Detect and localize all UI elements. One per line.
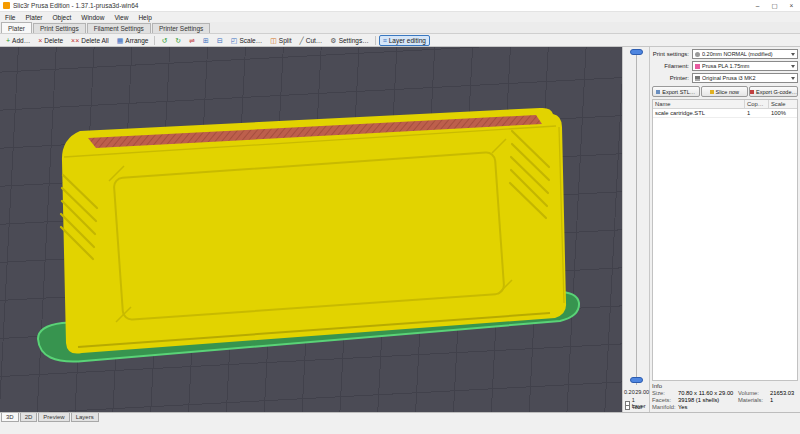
- tool-label: Tool: [632, 404, 642, 410]
- menu-item-file[interactable]: File: [0, 14, 20, 21]
- mirror-icon: ⇌: [189, 37, 195, 44]
- toolbar-separator: [375, 36, 376, 45]
- filament-label: Filament:: [652, 63, 692, 69]
- volume-label: Volume:: [738, 390, 770, 396]
- scale-down-button[interactable]: ⊟: [214, 36, 226, 45]
- object-list-table: Name Cop… Scale scale cartridge.STL 1 10…: [652, 99, 798, 381]
- size-value: 70.80 x 11.60 x 29.00: [678, 390, 738, 396]
- info-title: Info: [652, 383, 798, 389]
- manifold-value: Yes: [678, 404, 738, 410]
- column-header-copies[interactable]: Cop…: [745, 100, 769, 108]
- layer-editing-toggle[interactable]: ≡ Layer editing: [379, 35, 430, 46]
- filament-value: Prusa PLA 1.75mm: [702, 63, 789, 69]
- view-tab-layers[interactable]: Layers: [71, 413, 99, 422]
- plater-toolbar: + Add… × Delete ×× Delete All ▦ Arrange …: [0, 34, 800, 47]
- table-row[interactable]: scale cartridge.STL 1 100%: [653, 109, 797, 118]
- printer-label: Printer:: [652, 75, 692, 81]
- arrange-icon: ▦: [117, 37, 124, 44]
- view-tab-preview[interactable]: Preview: [38, 413, 69, 422]
- printer-row: Printer: Original Prusa i3 MK2: [652, 73, 798, 83]
- model-scene: [0, 47, 622, 412]
- z-min-value: 0.20: [624, 389, 635, 395]
- layer-slider-column: 0.20 29.00 1 Layer Tool: [622, 47, 649, 412]
- gcode-file-icon: [750, 90, 754, 94]
- rotate-cw-icon: ↻: [175, 37, 181, 44]
- scale-down-icon: ⊟: [217, 37, 223, 44]
- tool-checkbox[interactable]: [625, 405, 630, 410]
- maximize-button[interactable]: ▢: [766, 0, 783, 11]
- rotate-cw-button[interactable]: ↻: [172, 36, 184, 45]
- split-icon: ◫: [270, 37, 277, 44]
- filament-row: Filament: Prusa PLA 1.75mm: [652, 61, 798, 71]
- 3d-viewport[interactable]: [0, 47, 622, 412]
- menu-item-plater[interactable]: Plater: [20, 14, 47, 21]
- menu-item-window[interactable]: Window: [76, 14, 109, 21]
- column-header-name[interactable]: Name: [653, 100, 745, 108]
- scale-up-button[interactable]: ⊞: [200, 36, 212, 45]
- mirror-button[interactable]: ⇌: [186, 36, 198, 45]
- view-tab-2d[interactable]: 2D: [20, 413, 38, 422]
- menu-item-object[interactable]: Object: [47, 14, 76, 21]
- menu-bar: File Plater Object Window View Help: [0, 12, 800, 22]
- menu-item-view[interactable]: View: [109, 14, 133, 21]
- scale-up-icon: ⊞: [203, 37, 209, 44]
- arrange-button[interactable]: ▦ Arrange: [114, 36, 152, 45]
- filament-select[interactable]: Prusa PLA 1.75mm: [692, 61, 798, 71]
- facets-value: 39198 (1 shells): [678, 397, 738, 403]
- info-panel: Info Size: 70.80 x 11.60 x 29.00 Volume:…: [652, 383, 798, 410]
- slice-icon: [710, 90, 714, 94]
- tab-plater[interactable]: Plater: [1, 22, 32, 33]
- gear-icon: ⚙: [330, 37, 336, 44]
- delete-button[interactable]: × Delete: [35, 36, 66, 45]
- tab-printer-settings[interactable]: Printer Settings: [152, 23, 210, 33]
- delete-icon: ×: [38, 37, 42, 44]
- tab-print-settings[interactable]: Print Settings: [33, 23, 86, 33]
- table-empty-area: [653, 118, 797, 380]
- split-button[interactable]: ◫ Split: [267, 36, 294, 45]
- tool-row: Tool: [625, 404, 642, 410]
- scale-icon: ◰: [231, 37, 238, 44]
- scale-button[interactable]: ◰ Scale…: [228, 36, 265, 45]
- object-copies: 1: [745, 109, 769, 117]
- stl-file-icon: [656, 90, 660, 94]
- slice-now-button[interactable]: Slice now: [701, 86, 749, 97]
- chevron-down-icon: [791, 65, 795, 68]
- settings-tab-bar: Plater Print Settings Filament Settings …: [0, 22, 800, 34]
- add-icon: +: [6, 37, 10, 44]
- materials-label: Materials:: [738, 397, 770, 403]
- close-button[interactable]: ×: [783, 0, 800, 11]
- rotate-ccw-button[interactable]: ↺: [158, 36, 170, 45]
- window-title: Slic3r Prusa Edition - 1.37.1-prusa3d-wi…: [13, 2, 749, 9]
- print-settings-row: Print settings: 0.20mm NORMAL (modified): [652, 49, 798, 59]
- print-settings-select[interactable]: 0.20mm NORMAL (modified): [692, 49, 798, 59]
- export-stl-button[interactable]: Export STL…: [652, 86, 700, 97]
- tab-filament-settings[interactable]: Filament Settings: [87, 23, 151, 33]
- object-scale: 100%: [769, 109, 797, 117]
- print-settings-value: 0.20mm NORMAL (modified): [702, 51, 789, 57]
- column-header-scale[interactable]: Scale: [769, 100, 797, 108]
- z-max-value: 29.00: [635, 389, 649, 395]
- layer-slider-handle-top[interactable]: [630, 49, 643, 55]
- view-tab-3d[interactable]: 3D: [1, 413, 19, 422]
- size-label: Size:: [652, 390, 678, 396]
- menu-item-help[interactable]: Help: [133, 14, 156, 21]
- layer-slider-handle-bottom[interactable]: [630, 377, 643, 383]
- printer-icon: [695, 76, 700, 81]
- print-settings-label: Print settings:: [652, 51, 692, 57]
- add-button[interactable]: + Add…: [3, 36, 33, 45]
- layer-slider-track[interactable]: [636, 51, 637, 385]
- info-grid: Size: 70.80 x 11.60 x 29.00 Volume: 2165…: [652, 390, 798, 410]
- export-gcode-button[interactable]: Export G-code…: [749, 86, 798, 97]
- chevron-down-icon: [791, 77, 795, 80]
- layer-editing-icon: ≡: [383, 37, 387, 44]
- rotate-ccw-icon: ↺: [161, 37, 167, 44]
- minimize-button[interactable]: –: [749, 0, 766, 11]
- title-bar: Slic3r Prusa Edition - 1.37.1-prusa3d-wi…: [0, 0, 800, 12]
- printer-select[interactable]: Original Prusa i3 MK2: [692, 73, 798, 83]
- view-tab-bar: 3D 2D Preview Layers: [0, 413, 800, 422]
- object-settings-button[interactable]: ⚙ Settings…: [327, 36, 371, 45]
- delete-all-button[interactable]: ×× Delete All: [68, 36, 112, 45]
- cut-button[interactable]: ╱ Cut…: [297, 36, 326, 45]
- delete-all-icon: ××: [71, 37, 79, 44]
- toolbar-separator: [154, 36, 155, 45]
